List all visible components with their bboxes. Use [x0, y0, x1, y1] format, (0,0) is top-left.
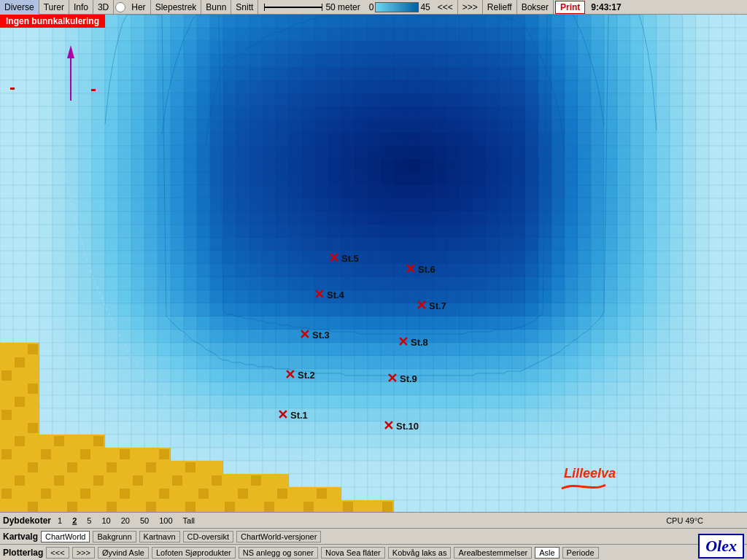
station-st10: ✕St.10	[383, 419, 419, 432]
menu-turer[interactable]: Turer	[39, 0, 69, 15]
arealbestemmelser-btn[interactable]: Arealbestemmelser	[454, 547, 532, 559]
relief-btn[interactable]: Relieff	[483, 0, 517, 15]
station-label: St.4	[327, 289, 344, 300]
depth-1-btn[interactable]: 1	[54, 516, 66, 526]
cd-oversikt-btn[interactable]: CD-oversikt	[183, 531, 233, 542]
alert-bar: Ingen bunnkalkulering	[0, 15, 105, 28]
plotterlag-row: Plotterlag <<< >>> Øyvind Asle Lofoten S…	[0, 544, 747, 560]
map-canvas	[0, 15, 747, 525]
plotterlag-label: Plotterlag	[3, 548, 43, 558]
station-marker: ✕	[299, 328, 310, 341]
periode-btn[interactable]: Periode	[562, 547, 599, 559]
station-label: St.7	[429, 300, 446, 311]
depth-color-bar	[375, 2, 419, 12]
depth-bar-area: 0 45	[366, 2, 433, 12]
chartworld-versjoner-btn[interactable]: ChartWorld-versjoner	[236, 531, 321, 542]
station-label: St.6	[418, 264, 436, 275]
nova-sea-btn[interactable]: Nova Sea fláter	[321, 547, 385, 559]
station-marker: ✕	[405, 262, 416, 276]
scale-indicator: 50 meter	[258, 1, 365, 13]
station-marker: ✕	[277, 408, 288, 421]
ns-anlegg-btn[interactable]: NS anlegg og soner	[239, 547, 318, 559]
depth-50-btn[interactable]: 50	[136, 516, 152, 526]
depth-max: 45	[420, 2, 430, 12]
station-marker: ✕	[387, 372, 398, 385]
station-st5: ✕St.5	[328, 252, 359, 265]
print-btn[interactable]: Print	[555, 1, 585, 14]
station-marker: ✕	[285, 368, 295, 381]
station-marker: ✕	[328, 252, 339, 265]
bottom-area: CPU 49°C Dybdekoter 1 2 5 10 20 50 100 T…	[0, 512, 747, 560]
depth-10-btn[interactable]: 10	[98, 516, 114, 526]
plotterlag-nav-left[interactable]: <<<	[46, 547, 69, 559]
lofoten-btn[interactable]: Lofoten Sjøprodukter	[152, 547, 236, 559]
depth-100-btn[interactable]: 100	[155, 516, 176, 526]
station-label: St.9	[400, 373, 417, 384]
kartvalg-label: Kartvalg	[3, 532, 38, 542]
cpu-info: CPU 49°C	[666, 516, 703, 525]
station-label: St.1	[290, 410, 308, 421]
station-label: St.5	[341, 253, 359, 264]
station-marker: ✕	[398, 335, 409, 349]
dybdekoter-label: Dybdekoter	[3, 516, 51, 526]
depth-20-btn[interactable]: 20	[117, 516, 133, 526]
bakgrunn-btn[interactable]: Bakgrunn	[93, 531, 136, 542]
depth-2-btn[interactable]: 2	[69, 516, 80, 526]
station-st4: ✕St.4	[314, 288, 344, 301]
station-label: St.8	[411, 337, 428, 348]
kartnavn-btn[interactable]: Kartnavn	[139, 531, 180, 542]
chartworld-btn[interactable]: ChartWorld	[41, 531, 90, 542]
bokser-btn[interactable]: Bokser	[517, 0, 554, 15]
depth-min: 0	[369, 2, 374, 12]
station-label: St.10	[396, 421, 419, 432]
menu-info[interactable]: Info	[69, 0, 93, 15]
radio-her[interactable]	[115, 2, 125, 12]
station-st3: ✕St.3	[299, 328, 330, 341]
station-st9: ✕St.9	[387, 372, 417, 385]
station-st7: ✕St.7	[416, 299, 446, 312]
menu-bunn[interactable]: Bunn	[201, 0, 231, 15]
kartvalg-row: Kartvalg ChartWorld Bakgrunn Kartnavn CD…	[0, 528, 747, 544]
plotterlag-nav-right[interactable]: >>>	[72, 547, 95, 559]
station-st6: ✕St.6	[405, 262, 436, 276]
oyvind-asle-btn[interactable]: Øyvind Asle	[98, 547, 149, 559]
depth-5-btn[interactable]: 5	[83, 516, 95, 526]
olex-logo: Olex	[698, 534, 744, 559]
nav-right-btn[interactable]: >>>	[458, 0, 483, 15]
lilleelva-label: Lilleelva	[564, 466, 616, 481]
scale-line	[264, 7, 322, 8]
station-st8: ✕St.8	[398, 335, 428, 349]
scale-label: 50 meter	[325, 2, 360, 12]
menu-snitt[interactable]: Snitt	[231, 0, 258, 15]
depth-tall-btn[interactable]: Tall	[179, 516, 199, 526]
menu-her[interactable]: Her	[127, 0, 150, 15]
north-arrow	[66, 44, 76, 102]
menu-3d[interactable]: 3D	[93, 0, 114, 15]
nav-left-btn[interactable]: <<<	[433, 0, 458, 15]
dybdekoter-row: Dybdekoter 1 2 5 10 20 50 100 Tall	[0, 512, 747, 528]
map-view[interactable]: ✕St.1✕St.2✕St.3✕St.4✕St.5✕St.6✕St.7✕St.8…	[0, 15, 747, 525]
svg-marker-0	[67, 45, 74, 58]
station-label: St.2	[298, 370, 315, 381]
station-st1: ✕St.1	[277, 408, 308, 421]
asle-btn[interactable]: Asle	[535, 547, 559, 559]
station-marker: ✕	[314, 288, 325, 301]
menu-slepestrek[interactable]: Slepestrek	[151, 0, 202, 15]
station-st2: ✕St.2	[285, 368, 315, 381]
station-label: St.3	[312, 330, 330, 341]
station-marker: ✕	[416, 299, 427, 312]
kobvag-btn[interactable]: Kobvåg laks as	[388, 547, 452, 559]
station-marker: ✕	[383, 419, 394, 432]
menu-diverse[interactable]: Diverse	[0, 0, 39, 15]
toolbar: Diverse Turer Info 3D Her Slepestrek Bun…	[0, 0, 747, 15]
clock-display: 9:43:17	[587, 1, 625, 13]
